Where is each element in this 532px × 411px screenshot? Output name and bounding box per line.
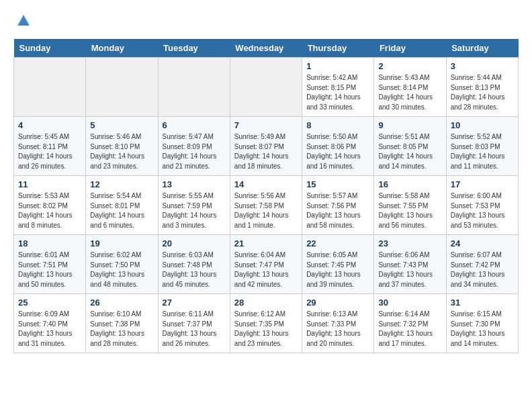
day-info: Sunrise: 6:01 AM Sunset: 7:51 PM Dayligh… bbox=[18, 250, 81, 289]
day-number: 4 bbox=[18, 120, 81, 130]
calendar-cell: 27Sunrise: 6:11 AM Sunset: 7:37 PM Dayli… bbox=[158, 294, 230, 353]
calendar-cell: 2Sunrise: 5:43 AM Sunset: 8:14 PM Daylig… bbox=[374, 58, 446, 117]
calendar-cell: 6Sunrise: 5:47 AM Sunset: 8:09 PM Daylig… bbox=[158, 117, 230, 176]
day-number: 16 bbox=[378, 179, 441, 189]
calendar-header-row: SundayMondayTuesdayWednesdayThursdayFrid… bbox=[14, 39, 519, 58]
day-info: Sunrise: 5:53 AM Sunset: 8:02 PM Dayligh… bbox=[18, 191, 81, 230]
day-info: Sunrise: 5:49 AM Sunset: 8:07 PM Dayligh… bbox=[234, 132, 298, 171]
day-info: Sunrise: 6:03 AM Sunset: 7:48 PM Dayligh… bbox=[163, 250, 226, 289]
header-monday: Monday bbox=[86, 39, 158, 58]
calendar-cell: 20Sunrise: 6:03 AM Sunset: 7:48 PM Dayli… bbox=[158, 235, 230, 294]
day-info: Sunrise: 6:05 AM Sunset: 7:45 PM Dayligh… bbox=[306, 250, 369, 289]
day-info: Sunrise: 6:06 AM Sunset: 7:43 PM Dayligh… bbox=[378, 250, 441, 289]
calendar-cell: 5Sunrise: 5:46 AM Sunset: 8:10 PM Daylig… bbox=[86, 117, 158, 176]
day-info: Sunrise: 5:45 AM Sunset: 8:11 PM Dayligh… bbox=[18, 132, 81, 171]
day-number: 31 bbox=[451, 298, 514, 308]
calendar-cell bbox=[14, 58, 86, 117]
day-number: 8 bbox=[306, 120, 369, 130]
calendar-cell: 3Sunrise: 5:44 AM Sunset: 8:13 PM Daylig… bbox=[446, 58, 518, 117]
day-info: Sunrise: 6:10 AM Sunset: 7:38 PM Dayligh… bbox=[90, 310, 153, 349]
calendar-cell bbox=[86, 58, 158, 117]
calendar-cell: 12Sunrise: 5:54 AM Sunset: 8:01 PM Dayli… bbox=[86, 176, 158, 235]
day-info: Sunrise: 5:44 AM Sunset: 8:13 PM Dayligh… bbox=[451, 73, 514, 112]
calendar-cell: 11Sunrise: 5:53 AM Sunset: 8:02 PM Dayli… bbox=[14, 176, 86, 235]
calendar-cell: 21Sunrise: 6:04 AM Sunset: 7:47 PM Dayli… bbox=[230, 235, 302, 294]
day-number: 19 bbox=[90, 238, 153, 248]
day-number: 21 bbox=[234, 238, 298, 248]
day-number: 13 bbox=[163, 179, 226, 189]
header-tuesday: Tuesday bbox=[158, 39, 230, 58]
calendar-week-row: 4Sunrise: 5:45 AM Sunset: 8:11 PM Daylig… bbox=[14, 117, 519, 176]
calendar-cell bbox=[158, 58, 230, 117]
day-number: 10 bbox=[451, 120, 514, 130]
calendar-cell: 23Sunrise: 6:06 AM Sunset: 7:43 PM Dayli… bbox=[374, 235, 446, 294]
calendar-week-row: 25Sunrise: 6:09 AM Sunset: 7:40 PM Dayli… bbox=[14, 294, 519, 353]
day-info: Sunrise: 6:09 AM Sunset: 7:40 PM Dayligh… bbox=[18, 310, 81, 349]
day-info: Sunrise: 5:47 AM Sunset: 8:09 PM Dayligh… bbox=[163, 132, 226, 171]
calendar-cell: 28Sunrise: 6:12 AM Sunset: 7:35 PM Dayli… bbox=[230, 294, 302, 353]
day-info: Sunrise: 6:00 AM Sunset: 7:53 PM Dayligh… bbox=[451, 191, 514, 230]
day-info: Sunrise: 6:15 AM Sunset: 7:30 PM Dayligh… bbox=[451, 310, 514, 349]
calendar-cell: 7Sunrise: 5:49 AM Sunset: 8:07 PM Daylig… bbox=[230, 117, 302, 176]
calendar-cell: 24Sunrise: 6:07 AM Sunset: 7:42 PM Dayli… bbox=[446, 235, 518, 294]
calendar-week-row: 1Sunrise: 5:42 AM Sunset: 8:15 PM Daylig… bbox=[14, 58, 519, 117]
calendar-cell: 14Sunrise: 5:56 AM Sunset: 7:58 PM Dayli… bbox=[230, 176, 302, 235]
day-info: Sunrise: 5:57 AM Sunset: 7:56 PM Dayligh… bbox=[306, 191, 369, 230]
header-sunday: Sunday bbox=[14, 39, 86, 58]
day-number: 1 bbox=[306, 61, 369, 71]
logo-icon bbox=[16, 13, 31, 28]
day-info: Sunrise: 5:58 AM Sunset: 7:55 PM Dayligh… bbox=[378, 191, 441, 230]
calendar-cell: 17Sunrise: 6:00 AM Sunset: 7:53 PM Dayli… bbox=[446, 176, 518, 235]
calendar-cell: 10Sunrise: 5:52 AM Sunset: 8:03 PM Dayli… bbox=[446, 117, 518, 176]
day-number: 27 bbox=[163, 298, 226, 308]
header-thursday: Thursday bbox=[302, 39, 374, 58]
calendar-cell: 22Sunrise: 6:05 AM Sunset: 7:45 PM Dayli… bbox=[302, 235, 374, 294]
day-number: 20 bbox=[163, 238, 226, 248]
header-friday: Friday bbox=[374, 39, 446, 58]
day-number: 7 bbox=[234, 120, 298, 130]
day-number: 11 bbox=[18, 179, 81, 189]
day-number: 29 bbox=[306, 298, 369, 308]
calendar-cell: 30Sunrise: 6:14 AM Sunset: 7:32 PM Dayli… bbox=[374, 294, 446, 353]
day-number: 25 bbox=[18, 298, 81, 308]
calendar-cell: 13Sunrise: 5:55 AM Sunset: 7:59 PM Dayli… bbox=[158, 176, 230, 235]
day-number: 18 bbox=[18, 238, 81, 248]
day-number: 3 bbox=[451, 61, 514, 71]
day-number: 5 bbox=[90, 120, 153, 130]
header-saturday: Saturday bbox=[446, 39, 518, 58]
day-info: Sunrise: 6:13 AM Sunset: 7:33 PM Dayligh… bbox=[306, 310, 369, 349]
day-number: 22 bbox=[306, 238, 369, 248]
day-number: 12 bbox=[90, 179, 153, 189]
day-number: 17 bbox=[451, 179, 514, 189]
day-info: Sunrise: 5:56 AM Sunset: 7:58 PM Dayligh… bbox=[234, 191, 298, 230]
calendar-cell: 4Sunrise: 5:45 AM Sunset: 8:11 PM Daylig… bbox=[14, 117, 86, 176]
day-info: Sunrise: 5:42 AM Sunset: 8:15 PM Dayligh… bbox=[306, 73, 369, 112]
day-info: Sunrise: 5:54 AM Sunset: 8:01 PM Dayligh… bbox=[90, 191, 153, 230]
day-info: Sunrise: 6:14 AM Sunset: 7:32 PM Dayligh… bbox=[378, 310, 441, 349]
calendar-cell: 15Sunrise: 5:57 AM Sunset: 7:56 PM Dayli… bbox=[302, 176, 374, 235]
day-info: Sunrise: 6:04 AM Sunset: 7:47 PM Dayligh… bbox=[234, 250, 298, 289]
calendar-cell: 19Sunrise: 6:02 AM Sunset: 7:50 PM Dayli… bbox=[86, 235, 158, 294]
day-number: 28 bbox=[234, 298, 298, 308]
calendar-week-row: 11Sunrise: 5:53 AM Sunset: 8:02 PM Dayli… bbox=[14, 176, 519, 235]
day-info: Sunrise: 5:43 AM Sunset: 8:14 PM Dayligh… bbox=[378, 73, 441, 112]
day-info: Sunrise: 6:02 AM Sunset: 7:50 PM Dayligh… bbox=[90, 250, 153, 289]
calendar-cell: 31Sunrise: 6:15 AM Sunset: 7:30 PM Dayli… bbox=[446, 294, 518, 353]
logo bbox=[13, 13, 31, 28]
day-info: Sunrise: 6:11 AM Sunset: 7:37 PM Dayligh… bbox=[163, 310, 226, 349]
day-number: 30 bbox=[378, 298, 441, 308]
calendar-cell: 26Sunrise: 6:10 AM Sunset: 7:38 PM Dayli… bbox=[86, 294, 158, 353]
calendar-cell bbox=[230, 58, 302, 117]
header-wednesday: Wednesday bbox=[230, 39, 302, 58]
calendar-cell: 16Sunrise: 5:58 AM Sunset: 7:55 PM Dayli… bbox=[374, 176, 446, 235]
day-number: 2 bbox=[378, 61, 441, 71]
calendar-cell: 9Sunrise: 5:51 AM Sunset: 8:05 PM Daylig… bbox=[374, 117, 446, 176]
calendar-cell: 1Sunrise: 5:42 AM Sunset: 8:15 PM Daylig… bbox=[302, 58, 374, 117]
day-number: 6 bbox=[163, 120, 226, 130]
day-info: Sunrise: 5:50 AM Sunset: 8:06 PM Dayligh… bbox=[306, 132, 369, 171]
day-number: 9 bbox=[378, 120, 441, 130]
day-number: 23 bbox=[378, 238, 441, 248]
day-info: Sunrise: 5:55 AM Sunset: 7:59 PM Dayligh… bbox=[163, 191, 226, 230]
calendar-cell: 25Sunrise: 6:09 AM Sunset: 7:40 PM Dayli… bbox=[14, 294, 86, 353]
calendar-table: SundayMondayTuesdayWednesdayThursdayFrid… bbox=[13, 39, 519, 353]
